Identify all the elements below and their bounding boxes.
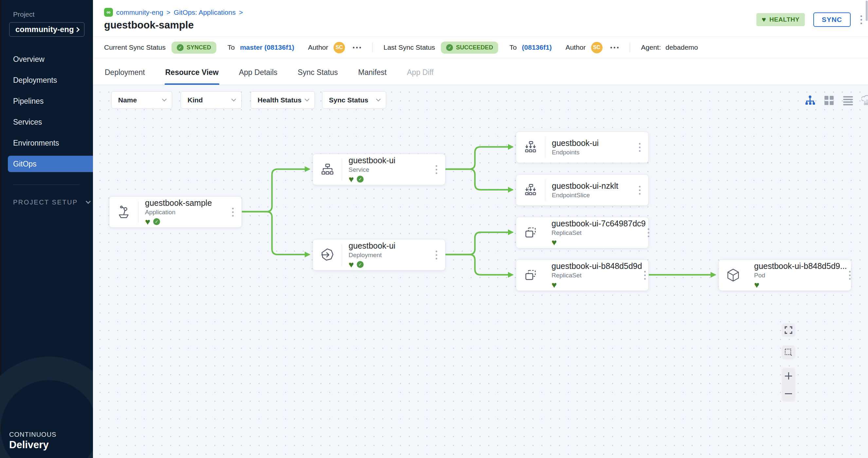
ellipsis-icon[interactable] xyxy=(353,47,361,48)
health-status-badge: ♥ HEALTHY xyxy=(756,13,805,26)
node-pod-guestbook-ui-b848d5d9[interactable]: guestbook-ui-b848d5d9... Pod ♥ xyxy=(718,259,851,291)
view-toggles xyxy=(805,95,868,106)
tab-sync-status[interactable]: Sync Status xyxy=(297,68,339,85)
node-replicaset-guestbook-ui-b848d5d9d[interactable]: guestbook-ui-b848d5d9d ReplicaSet ♥ xyxy=(516,259,649,291)
zoom-out-button[interactable] xyxy=(785,390,792,397)
author-avatar[interactable]: SC xyxy=(591,42,602,53)
node-menu-kebab-icon[interactable] xyxy=(637,184,643,197)
tab-app-diff[interactable]: App Diff xyxy=(406,68,434,85)
health-heart-icon: ♥ xyxy=(348,176,354,183)
fullscreen-button[interactable] xyxy=(782,323,795,337)
node-deployment-guestbook-ui[interactable]: guestbook-ui Deployment ♥ ✓ xyxy=(313,239,445,270)
name-filter-dropdown[interactable]: Name xyxy=(111,91,172,109)
tree-view-icon[interactable] xyxy=(805,95,816,106)
health-heart-icon: ♥ xyxy=(552,281,557,289)
node-status: ♥ ✓ xyxy=(348,175,434,184)
breadcrumb-applications[interactable]: GitOps: Applications xyxy=(174,8,236,17)
project-label: Project xyxy=(13,10,93,18)
sync-button[interactable]: SYNC xyxy=(813,12,851,27)
project-setup-toggle[interactable]: PROJECT SETUP xyxy=(13,199,93,206)
author-label: Author xyxy=(565,43,586,52)
node-menu-kebab-icon[interactable] xyxy=(434,249,439,261)
gitops-logo-icon: ∞ xyxy=(104,8,113,17)
current-target-link[interactable]: master (08136f1) xyxy=(240,43,294,52)
name-filter-label: Name xyxy=(118,96,137,104)
chevron-down-icon xyxy=(162,97,166,101)
node-body: guestbook-ui-7c64987dc9 ReplicaSet ♥ xyxy=(545,219,646,247)
node-menu-kebab-icon[interactable] xyxy=(434,163,439,176)
node-service-guestbook-ui[interactable]: guestbook-ui Service ♥ ✓ xyxy=(313,154,445,185)
brand-continuous: CONTINUOUS xyxy=(9,431,56,438)
kind-filter-dropdown[interactable]: Kind xyxy=(181,91,242,109)
divider xyxy=(372,42,372,52)
author-label: Author xyxy=(308,43,328,52)
node-title: guestbook-ui-b848d5d9... xyxy=(754,261,847,271)
health-status-filter-dropdown[interactable]: Health Status xyxy=(251,91,315,109)
to-label: To xyxy=(509,43,517,52)
module-brand: CONTINUOUS Delivery xyxy=(9,431,56,451)
node-status: ♥ xyxy=(754,281,847,289)
sidebar-item-pipelines[interactable]: Pipelines xyxy=(0,93,93,109)
node-body: guestbook-sample Application ♥ ✓ xyxy=(138,198,230,226)
node-menu-kebab-icon[interactable] xyxy=(637,141,643,154)
node-replicaset-guestbook-ui-7c64987dc9[interactable]: guestbook-ui-7c64987dc9 ReplicaSet ♥ xyxy=(516,217,649,248)
node-title: guestbook-ui xyxy=(552,138,637,148)
node-endpoints-guestbook-ui[interactable]: guestbook-ui Endpoints xyxy=(516,132,649,163)
chevron-down-icon xyxy=(376,97,381,101)
sidebar-divider xyxy=(13,185,80,185)
marquee-zoom-button[interactable] xyxy=(782,346,795,359)
sync-check-icon: ✓ xyxy=(153,218,160,225)
node-body: guestbook-ui Deployment ♥ ✓ xyxy=(342,241,434,269)
sidebar-item-deployments[interactable]: Deployments xyxy=(0,72,93,88)
last-target-link[interactable]: (08136f1) xyxy=(522,43,552,52)
sidebar-item-overview[interactable]: Overview xyxy=(0,51,93,67)
agent-label: Agent: xyxy=(641,43,661,52)
resource-graph-canvas[interactable]: Name Kind Health Status Sync Status xyxy=(93,85,868,458)
top-bar: ∞ community-eng > GitOps: Applications >… xyxy=(93,0,868,37)
sidebar-item-environments[interactable]: Environments xyxy=(0,135,93,151)
node-menu-kebab-icon[interactable] xyxy=(847,269,852,282)
sync-status-filter-dropdown[interactable]: Sync Status xyxy=(322,91,386,109)
node-application-guestbook-sample[interactable]: guestbook-sample Application ♥ ✓ xyxy=(109,196,242,228)
top-actions: ♥ HEALTHY SYNC xyxy=(756,12,863,27)
node-body: guestbook-ui-b848d5d9... Pod ♥ xyxy=(748,261,847,289)
project-selector[interactable]: community-eng xyxy=(9,22,85,37)
node-kind: Pod xyxy=(754,272,847,279)
chevron-down-icon xyxy=(86,199,91,204)
tabs-bar: Deployment Resource View App Details Syn… xyxy=(93,58,868,85)
author-avatar[interactable]: SC xyxy=(334,42,345,53)
canvas-controls xyxy=(782,323,795,402)
node-endpointslice-guestbook-ui-nzklt[interactable]: guestbook-ui-nzklt EndpointSlice xyxy=(516,174,649,206)
node-title: guestbook-ui-b848d5d9d xyxy=(552,261,642,271)
scrollbar-thumb[interactable] xyxy=(866,1,868,21)
tab-resource-view[interactable]: Resource View xyxy=(165,68,219,85)
more-options-kebab-icon[interactable] xyxy=(859,14,863,26)
health-heart-icon: ♥ xyxy=(348,261,354,268)
check-circle-icon: ✓ xyxy=(177,44,184,51)
zoom-in-button[interactable] xyxy=(785,372,792,380)
list-view-icon[interactable] xyxy=(842,95,854,106)
node-kind: Deployment xyxy=(348,252,434,259)
health-heart-icon: ♥ xyxy=(754,281,760,289)
grid-view-icon[interactable] xyxy=(824,95,835,106)
ellipsis-icon[interactable] xyxy=(611,47,619,48)
node-menu-kebab-icon[interactable] xyxy=(230,206,236,219)
tab-deployment[interactable]: Deployment xyxy=(104,68,146,85)
brand-delivery: Delivery xyxy=(9,439,56,451)
succeeded-badge-label: SUCCEEDED xyxy=(456,44,493,51)
breadcrumb-project[interactable]: community-eng xyxy=(116,8,163,17)
node-body: guestbook-ui Service ♥ ✓ xyxy=(342,156,434,184)
tab-manifest[interactable]: Manifest xyxy=(358,68,387,85)
node-menu-kebab-icon[interactable] xyxy=(642,269,648,282)
zoom-pill xyxy=(782,368,795,402)
succeeded-badge: ✓ SUCCEEDED xyxy=(441,41,498,54)
last-sync-label: Last Sync Status xyxy=(383,43,435,52)
tab-app-details[interactable]: App Details xyxy=(238,68,278,85)
check-circle-icon: ✓ xyxy=(446,44,453,51)
health-badge-label: HEALTHY xyxy=(770,16,800,23)
sync-status-filter-label: Sync Status xyxy=(329,96,368,104)
sidebar-item-gitops[interactable]: GitOps xyxy=(8,156,93,172)
node-menu-kebab-icon[interactable] xyxy=(646,226,651,239)
pod-view-icon[interactable] xyxy=(862,95,868,106)
sidebar-item-services[interactable]: Services xyxy=(0,114,93,130)
